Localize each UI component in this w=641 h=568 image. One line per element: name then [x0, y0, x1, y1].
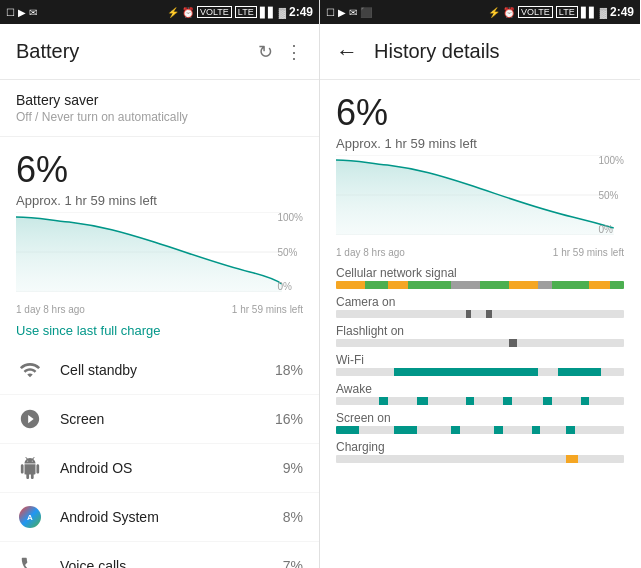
sim-icon: ☐: [6, 7, 15, 18]
battery-saver-subtitle: Off / Never turn on automatically: [16, 110, 303, 124]
r-lte-label: LTE: [556, 6, 578, 18]
r-status-time: 2:49: [610, 5, 634, 19]
signal-row-screen: Screen on: [336, 411, 624, 434]
chart-y-labels: 100% 50% 0%: [277, 212, 303, 292]
battery-item-android-os[interactable]: Android OS 9%: [0, 444, 319, 493]
chart-x-label-end: 1 hr 59 mins left: [232, 304, 303, 315]
h-chart-y-0: 0%: [598, 224, 624, 235]
voice-calls-icon: [16, 552, 44, 568]
right-status-left: ☐ ▶ ✉ ⬛: [326, 7, 372, 18]
status-time: 2:49: [289, 5, 313, 19]
battery-item-cell-standby[interactable]: Cell standby 18%: [0, 346, 319, 395]
history-chart-fill: [336, 160, 614, 235]
history-chart-y-labels: 100% 50% 0%: [598, 155, 624, 235]
battery-title: Battery: [16, 40, 258, 63]
signal-row-wifi: Wi-Fi: [336, 353, 624, 376]
android-os-pct: 9%: [283, 460, 303, 476]
history-chart: 100% 50% 0% 1 day 8 hrs ago 1 hr 59 mins…: [320, 155, 640, 258]
r-signal-icon: ▋▋: [581, 7, 597, 18]
battery-items-list: Cell standby 18% Screen 16% Andr: [0, 346, 319, 568]
charging-label: Charging: [336, 440, 624, 454]
signal-section: Cellular network signal Camera on Flashl…: [320, 258, 640, 463]
h-chart-y-100: 100%: [598, 155, 624, 166]
android-os-label: Android OS: [60, 460, 283, 476]
battery-item-screen[interactable]: Screen 16%: [0, 395, 319, 444]
wifi-bar: [336, 368, 624, 376]
r-extra-icon: ⬛: [360, 7, 372, 18]
battery-saver-section[interactable]: Battery saver Off / Never turn on automa…: [0, 80, 319, 137]
chart-x-label-start: 1 day 8 hrs ago: [16, 304, 85, 315]
battery-percentage: 6%: [16, 149, 303, 191]
android-system-label: Android System: [60, 509, 283, 525]
right-status-bar: ☐ ▶ ✉ ⬛ ⚡ ⏰ VOLTE LTE ▋▋ ▓ 2:49: [320, 0, 640, 24]
signal-icon: ▋▋: [260, 7, 276, 18]
signal-row-camera: Camera on: [336, 295, 624, 318]
cell-standby-pct: 18%: [275, 362, 303, 378]
chart-fill-area: [16, 217, 282, 292]
chart-container: 100% 50% 0%: [16, 212, 303, 302]
signal-row-cellular: Cellular network signal: [336, 266, 624, 289]
battery-percentage-section: 6% Approx. 1 hr 59 mins left: [0, 137, 319, 212]
flashlight-bar-fill: [336, 339, 624, 347]
chart-y-label-0: 0%: [277, 281, 303, 292]
screen-bar-fill: [336, 426, 624, 434]
camera-bar-fill: [336, 310, 624, 318]
h-chart-y-50: 50%: [598, 190, 624, 201]
r-bluetooth-icon: ⚡: [488, 7, 500, 18]
signal-row-charging: Charging: [336, 440, 624, 463]
battery-item-android-system[interactable]: A Android System 8%: [0, 493, 319, 542]
voice-calls-pct: 7%: [283, 558, 303, 568]
volte-label: VOLTE: [197, 6, 232, 18]
wifi-label: Wi-Fi: [336, 353, 624, 367]
history-title: History details: [374, 40, 624, 63]
cell-standby-label: Cell standby: [60, 362, 275, 378]
signal-row-flashlight: Flashlight on: [336, 324, 624, 347]
r-battery-icon: ▓: [600, 7, 607, 18]
screen-on-label: Screen on: [336, 411, 624, 425]
battery-chart-svg: [16, 212, 303, 292]
r-alarm-icon: ⏰: [503, 7, 515, 18]
alarm-icon: ⏰: [182, 7, 194, 18]
battery-saver-title: Battery saver: [16, 92, 303, 108]
refresh-button[interactable]: ↻: [258, 41, 273, 63]
screen-pct: 16%: [275, 411, 303, 427]
history-chart-svg: [336, 155, 624, 235]
r-volte-label: VOLTE: [518, 6, 553, 18]
battery-icon: ▓: [279, 7, 286, 18]
battery-panel: ☐ ▶ ✉ ⚡ ⏰ VOLTE LTE ▋▋ ▓ 2:49 Battery ↻ …: [0, 0, 320, 568]
history-time-left: Approx. 1 hr 59 mins left: [336, 136, 624, 151]
camera-bar: [336, 310, 624, 318]
android-system-icon: A: [16, 503, 44, 531]
flashlight-label: Flashlight on: [336, 324, 624, 338]
chart-y-label-100: 100%: [277, 212, 303, 223]
history-content: 6% Approx. 1 hr 59 mins left: [320, 80, 640, 568]
signal-row-awake: Awake: [336, 382, 624, 405]
android-os-icon: [16, 454, 44, 482]
screen-label: Screen: [60, 411, 275, 427]
battery-content: Battery saver Off / Never turn on automa…: [0, 80, 319, 568]
status-right-icons: ⚡ ⏰ VOLTE LTE ▋▋ ▓ 2:49: [167, 5, 313, 19]
history-chart-x-labels: 1 day 8 hrs ago 1 hr 59 mins left: [336, 247, 624, 258]
right-status-right: ⚡ ⏰ VOLTE LTE ▋▋ ▓ 2:49: [488, 5, 634, 19]
toolbar-actions: ↻ ⋮: [258, 41, 303, 63]
menu-button[interactable]: ⋮: [285, 41, 303, 63]
screen-bar: [336, 426, 624, 434]
awake-bar: [336, 397, 624, 405]
battery-item-voice-calls[interactable]: Voice calls 7%: [0, 542, 319, 568]
left-status-bar: ☐ ▶ ✉ ⚡ ⏰ VOLTE LTE ▋▋ ▓ 2:49: [0, 0, 319, 24]
back-button[interactable]: ←: [336, 39, 358, 65]
history-panel: ☐ ▶ ✉ ⬛ ⚡ ⏰ VOLTE LTE ▋▋ ▓ 2:49 ← Histor…: [320, 0, 640, 568]
cell-standby-icon: [16, 356, 44, 384]
h-chart-x-start: 1 day 8 hrs ago: [336, 247, 405, 258]
h-chart-x-end: 1 hr 59 mins left: [553, 247, 624, 258]
battery-time-left: Approx. 1 hr 59 mins left: [16, 193, 303, 208]
history-percentage: 6%: [336, 92, 624, 134]
screen-icon: [16, 405, 44, 433]
history-chart-container: 100% 50% 0%: [336, 155, 624, 245]
android-system-pct: 8%: [283, 509, 303, 525]
r-whatsapp-icon: ✉: [349, 7, 357, 18]
charging-bar-fill: [336, 455, 624, 463]
use-since-link[interactable]: Use since last full charge: [0, 315, 319, 346]
cellular-bar-fill: [336, 281, 624, 289]
r-play-icon: ▶: [338, 7, 346, 18]
